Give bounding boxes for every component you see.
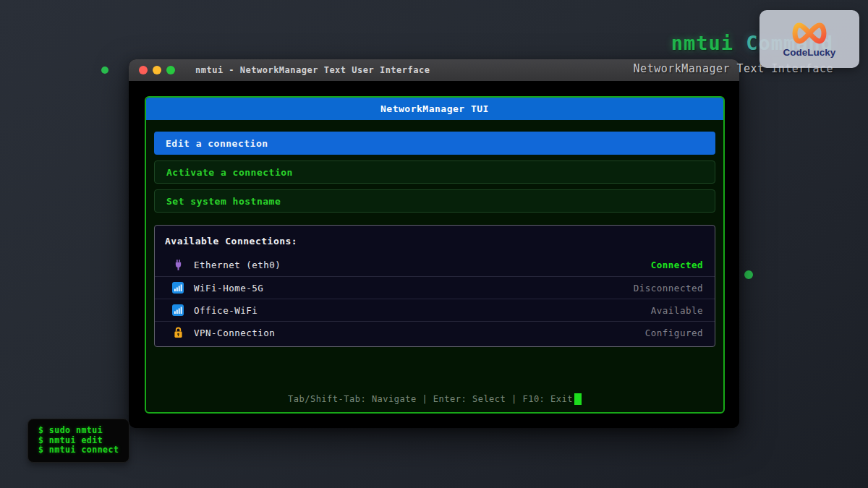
command-examples-box: $ sudo nmtui $ nmtui edit $ nmtui connec… [27, 419, 129, 463]
connection-name: Office-WiFi [194, 305, 258, 316]
desktop-background: nmtui Command NetworkManager Text Interf… [0, 0, 868, 488]
menu-item-edit-connection[interactable]: Edit a connection [154, 132, 715, 155]
available-connections-panel: Available Connections: Ethernet (eth0) C… [154, 225, 715, 347]
connection-row-office-wifi[interactable]: Office-WiFi Available [155, 299, 715, 321]
lock-icon [172, 327, 184, 338]
menu-item-label: Activate a connection [166, 167, 293, 178]
command-line: $ sudo nmtui [38, 426, 119, 436]
page-title-nmtui: nmtui [671, 32, 733, 54]
command-line: $ nmtui edit [38, 436, 119, 446]
connection-status: Available [651, 305, 703, 316]
green-dot-decoration [744, 270, 753, 279]
connection-row-ethernet[interactable]: Ethernet (eth0) Connected [155, 254, 715, 276]
window-controls [139, 66, 175, 74]
minimize-button[interactable] [153, 66, 161, 74]
connection-name: WiFi-Home-5G [194, 283, 263, 294]
terminal-cursor [574, 393, 582, 405]
nmtui-title-bar: NetworkManager TUI [146, 98, 723, 120]
brand-card: CodeLucky [760, 10, 859, 68]
connection-row-wifi-home[interactable]: WiFi-Home-5G Disconnected [155, 276, 715, 299]
ethernet-plug-icon [172, 260, 184, 271]
connection-row-vpn[interactable]: VPN-Connection Configured [155, 321, 715, 343]
command-line: $ nmtui connect [38, 445, 119, 455]
terminal-title: nmtui - NetworkManager Text User Interfa… [195, 65, 430, 75]
connection-status: Connected [651, 260, 703, 270]
green-dot-decoration [101, 67, 109, 74]
nmtui-dialog: NetworkManager TUI Edit a connection Act… [145, 96, 725, 414]
terminal-window: nmtui - NetworkManager Text User Interfa… [129, 59, 739, 428]
tui-status-bar: Tab/Shift-Tab: Navigate | Enter: Select … [146, 393, 723, 405]
close-button[interactable] [139, 66, 148, 74]
menu-item-label: Edit a connection [166, 138, 268, 149]
connection-name: VPN-Connection [194, 328, 275, 338]
wifi-signal-icon [172, 304, 184, 316]
connection-status: Disconnected [634, 283, 703, 294]
keybinding-hints: Tab/Shift-Tab: Navigate | Enter: Select … [288, 394, 573, 404]
infinity-logo-icon [788, 21, 830, 48]
wifi-signal-icon [172, 282, 184, 294]
maximize-button[interactable] [166, 66, 175, 74]
menu-item-activate-connection[interactable]: Activate a connection [154, 160, 715, 184]
connection-name: Ethernet (eth0) [194, 260, 281, 270]
terminal-body: NetworkManager TUI Edit a connection Act… [129, 81, 739, 428]
connection-status: Configured [645, 328, 703, 338]
nmtui-content: Edit a connection Activate a connection … [146, 120, 723, 347]
menu-item-set-hostname[interactable]: Set system hostname [154, 189, 715, 213]
panel-header: Available Connections: [155, 234, 715, 254]
menu-item-label: Set system hostname [166, 196, 281, 207]
brand-name: CodeLucky [783, 47, 836, 58]
